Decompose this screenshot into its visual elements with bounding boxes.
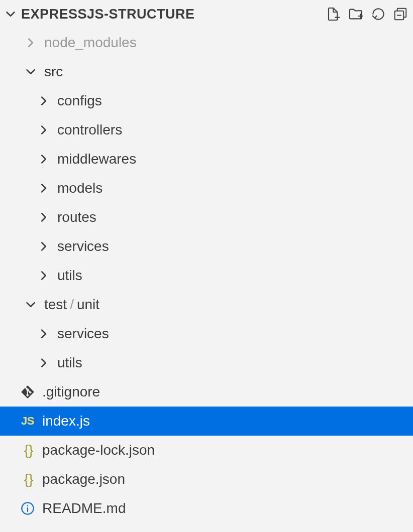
file-readme[interactable]: README.md	[0, 494, 413, 523]
folder-configs[interactable]: configs	[0, 86, 413, 115]
explorer-header-left[interactable]: EXPRESSJS-STRUCTURE	[3, 7, 325, 22]
chevron-right-icon	[36, 210, 51, 225]
folder-label: test/unit	[44, 297, 99, 313]
file-package-lock[interactable]: { } package-lock.json	[0, 436, 413, 465]
chevron-down-icon	[23, 64, 38, 79]
explorer-header: EXPRESSJS-STRUCTURE	[0, 0, 413, 28]
folder-label: services	[57, 238, 109, 254]
folder-services[interactable]: services	[0, 232, 413, 261]
info-icon	[19, 501, 36, 515]
folder-utils[interactable]: utils	[0, 261, 413, 290]
svg-point-8	[27, 505, 28, 506]
folder-middlewares[interactable]: middlewares	[0, 145, 413, 174]
folder-label-test: test	[44, 297, 67, 312]
chevron-right-icon	[36, 122, 51, 138]
file-label: index.js	[42, 413, 90, 429]
folder-controllers[interactable]: controllers	[0, 115, 413, 145]
file-label: README.md	[42, 500, 126, 516]
folder-label: configs	[57, 93, 102, 109]
folder-label: models	[57, 180, 102, 196]
chevron-down-icon	[23, 297, 38, 312]
folder-label: services	[57, 326, 109, 342]
chevron-right-icon	[36, 152, 51, 167]
folder-routes[interactable]: routes	[0, 203, 413, 232]
folder-test-services[interactable]: services	[0, 319, 413, 348]
refresh-icon[interactable]	[371, 7, 386, 22]
folder-label: routes	[57, 209, 96, 225]
chevron-right-icon	[36, 181, 51, 196]
folder-src[interactable]: src	[0, 57, 413, 86]
chevron-right-icon	[36, 355, 51, 370]
file-tree: node_modules src configs controllers mid…	[0, 28, 413, 523]
file-package[interactable]: { } package.json	[0, 465, 413, 494]
new-folder-icon[interactable]	[348, 6, 364, 22]
chevron-right-icon	[36, 326, 51, 341]
file-label: .gitignore	[42, 384, 100, 400]
folder-label: utils	[57, 268, 82, 284]
chevron-right-icon	[36, 268, 51, 283]
file-label: package.json	[42, 471, 125, 487]
json-icon: { }	[19, 442, 36, 458]
folder-label: middlewares	[57, 151, 136, 167]
folder-models[interactable]: models	[0, 174, 413, 203]
folder-node-modules[interactable]: node_modules	[0, 28, 413, 57]
explorer-header-actions	[325, 6, 408, 22]
js-icon: JS	[19, 415, 36, 428]
file-indexjs[interactable]: JS index.js	[0, 407, 413, 436]
folder-label-unit: unit	[77, 297, 99, 312]
project-name: EXPRESSJS-STRUCTURE	[21, 7, 195, 22]
json-icon: { }	[19, 471, 36, 487]
path-separator: /	[67, 297, 77, 312]
folder-test[interactable]: test/unit	[0, 290, 413, 319]
folder-label: controllers	[57, 122, 122, 138]
file-label: package-lock.json	[42, 442, 155, 458]
file-gitignore[interactable]: .gitignore	[0, 377, 413, 407]
folder-test-utils[interactable]: utils	[0, 348, 413, 377]
chevron-right-icon	[36, 239, 51, 254]
chevron-down-icon	[3, 7, 18, 22]
folder-label: utils	[57, 355, 82, 371]
folder-label: node_modules	[44, 35, 137, 51]
chevron-right-icon	[36, 93, 51, 108]
git-icon	[19, 385, 36, 398]
new-file-icon[interactable]	[325, 6, 341, 22]
chevron-right-icon	[23, 35, 38, 50]
folder-label: src	[44, 64, 63, 80]
collapse-all-icon[interactable]	[393, 7, 408, 22]
